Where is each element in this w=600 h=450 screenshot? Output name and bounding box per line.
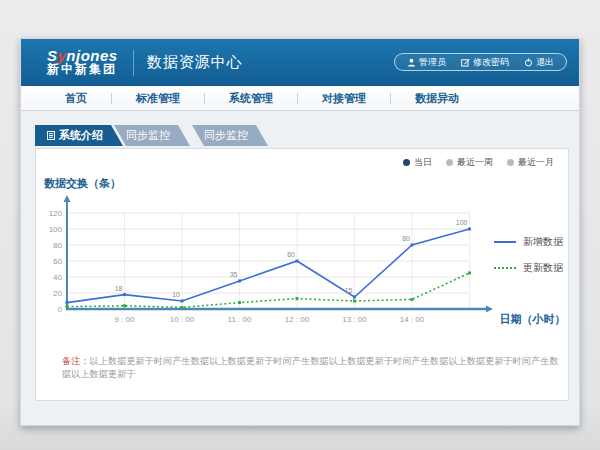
radio-label: 当日 [414, 156, 432, 169]
y-tick-label: 120 [49, 209, 63, 218]
data-point-label: 15 [345, 287, 353, 294]
data-point [353, 300, 356, 303]
x-tick-label: 10 : 00 [170, 315, 195, 324]
series-line-2 [67, 273, 470, 307]
brand-logo: Synjones 新中新集团 [47, 49, 118, 76]
chart-panel: 当日最近一周最近一月 数据交换（条） 0204060801001209 : 00… [35, 148, 569, 401]
time-range-filter: 当日最近一周最近一月 [403, 156, 554, 169]
y-tick-label: 60 [53, 257, 62, 266]
data-point-label: 35 [230, 271, 238, 278]
data-point [353, 296, 356, 299]
radio-dot-icon [403, 159, 410, 166]
y-tick-label: 40 [53, 273, 62, 282]
y-tick-label: 0 [58, 305, 63, 314]
data-point-label: 100 [456, 219, 468, 226]
legend-label: 更新数据 [523, 261, 563, 275]
data-point [468, 272, 471, 275]
data-point-label: 10 [172, 291, 180, 298]
radio-dot-icon [507, 159, 514, 166]
x-tick-label: 14 : 00 [400, 315, 425, 324]
x-axis-arrow-icon [486, 306, 493, 313]
app-window: Synjones 新中新集团 数据资源中心 管理员 修改密码 退出 [20, 38, 580, 426]
data-point [238, 301, 241, 304]
chart-legend: 新增数据更新数据 [494, 235, 563, 275]
data-point [123, 304, 126, 307]
brand-company: 新中新集团 [47, 63, 118, 76]
data-point-label: 18 [115, 285, 123, 292]
tab-2[interactable]: 同步监控 [114, 125, 190, 146]
tab-1[interactable]: 系统介绍 [35, 125, 123, 146]
x-tick-label: 11 : 00 [228, 315, 252, 324]
data-point [411, 298, 414, 301]
legend-item-1: 新增数据 [494, 235, 563, 249]
nav-item-5[interactable]: 数据异动 [391, 91, 483, 106]
y-tick-label: 20 [53, 289, 62, 298]
radio-dot-icon [446, 159, 453, 166]
radio-label: 最近一月 [518, 156, 554, 169]
radio-1[interactable]: 当日 [403, 156, 432, 169]
data-point [123, 293, 126, 296]
radio-label: 最近一周 [457, 156, 493, 169]
data-point-label: 60 [287, 251, 295, 258]
y-tick-label: 80 [53, 241, 62, 250]
data-point [66, 305, 69, 308]
tab-3[interactable]: 同步监控 [192, 125, 268, 146]
data-point [296, 260, 299, 263]
nav-item-1[interactable]: 首页 [41, 91, 111, 106]
y-tick-label: 100 [49, 225, 63, 234]
logout-button[interactable]: 退出 [524, 56, 554, 69]
power-icon [524, 58, 533, 67]
x-tick-label: 9 : 00 [114, 315, 135, 324]
page-background: Synjones 新中新集团 数据资源中心 管理员 修改密码 退出 [0, 0, 600, 450]
user-icon [407, 58, 416, 67]
radio-2[interactable]: 最近一周 [446, 156, 493, 169]
data-point [411, 244, 414, 247]
x-tick-label: 13 : 00 [342, 315, 367, 324]
data-point-label: 80 [402, 235, 410, 242]
data-point [296, 297, 299, 300]
data-point [468, 228, 471, 231]
x-axis-title: 日期（小时） [500, 313, 566, 326]
radio-3[interactable]: 最近一月 [507, 156, 554, 169]
header-divider [133, 50, 134, 76]
main-nav: 首页标准管理系统管理对接管理数据异动 [21, 86, 579, 111]
tab-bar: 系统介绍同步监控同步监控 [35, 125, 579, 146]
y-axis-arrow-icon [64, 195, 71, 202]
app-header: Synjones 新中新集团 数据资源中心 管理员 修改密码 退出 [21, 39, 579, 86]
nav-item-4[interactable]: 对接管理 [298, 91, 390, 106]
footnote: 备注：以上数据更新于时间产生数据以上数据更新于时间产生数据以上数据更新于时间产生… [62, 355, 560, 381]
current-user-button[interactable]: 管理员 [407, 56, 446, 69]
legend-label: 新增数据 [523, 235, 563, 249]
change-password-button[interactable]: 修改密码 [461, 56, 509, 69]
nav-item-2[interactable]: 标准管理 [112, 91, 204, 106]
data-point [181, 300, 184, 303]
data-point [238, 280, 241, 283]
tab-label: 系统介绍 [59, 125, 103, 146]
legend-item-2: 更新数据 [494, 261, 563, 275]
tab-label: 同步监控 [126, 125, 170, 146]
footnote-label: 备注： [62, 356, 90, 366]
data-point [181, 306, 184, 309]
user-toolbar: 管理员 修改密码 退出 [394, 53, 567, 71]
document-icon [47, 131, 55, 140]
legend-solid-line-icon [494, 241, 516, 243]
legend-dotted-line-icon [494, 267, 516, 269]
footnote-text: 以上数据更新于时间产生数据以上数据更新于时间产生数据以上数据更新于时间产生数据以… [62, 356, 559, 379]
x-tick-label: 12 : 00 [285, 315, 310, 324]
data-point [66, 301, 69, 304]
tab-label: 同步监控 [204, 125, 248, 146]
page-title: 数据资源中心 [147, 53, 243, 72]
nav-item-3[interactable]: 系统管理 [205, 91, 297, 106]
edit-icon [461, 58, 470, 67]
brand-name: Synjones [47, 49, 118, 63]
y-axis-title: 数据交换（条） [44, 176, 121, 191]
